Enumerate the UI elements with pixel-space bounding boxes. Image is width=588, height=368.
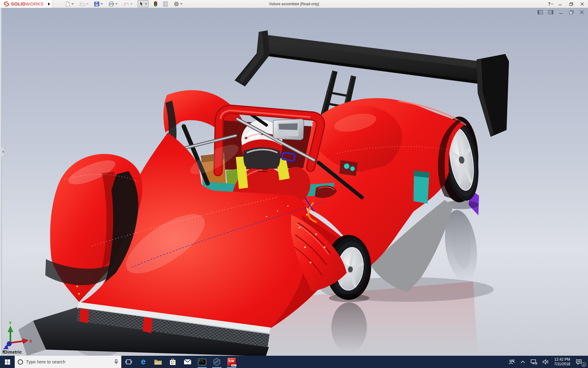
- select-tool-button[interactable]: [138, 0, 149, 7]
- task-view-button[interactable]: [121, 356, 136, 368]
- taskbar-clock[interactable]: 12:42 PM 7/11/2018: [552, 356, 573, 368]
- speaker-icon: [543, 359, 549, 365]
- new-document-button[interactable]: [64, 1, 74, 7]
- triad-x-label: X: [29, 339, 32, 343]
- grille-post: [143, 317, 153, 333]
- grille-post: [80, 309, 89, 323]
- file-properties-icon: [163, 1, 168, 7]
- title-bar: SOLIDWORKS: [0, 0, 588, 8]
- collapse-arrow-icon: [2, 151, 3, 153]
- print-button[interactable]: [108, 1, 118, 7]
- file-explorer-icon: [154, 359, 162, 365]
- restore-button[interactable]: [567, 1, 575, 7]
- network-icon: [530, 359, 537, 365]
- helmet-visor: [243, 147, 281, 169]
- open-button[interactable]: [79, 1, 89, 7]
- file-properties-button[interactable]: [162, 1, 169, 7]
- network-button[interactable]: [528, 356, 540, 368]
- feature-manager-expand-tab[interactable]: [2, 147, 4, 157]
- doc-minimize-button[interactable]: [558, 10, 564, 15]
- action-center-icon: [576, 359, 582, 365]
- new-document-icon: [65, 1, 70, 7]
- volume-button[interactable]: [540, 356, 552, 368]
- dropdown-caret-icon[interactable]: [100, 3, 103, 5]
- solidworks-window: Y X Z SOLIDWORKS: [0, 0, 588, 368]
- clock-date: 7/11/2018: [554, 362, 571, 366]
- edge-icon: e: [141, 358, 145, 366]
- chevron-up-icon: [521, 361, 525, 363]
- open-folder-icon: [79, 1, 85, 7]
- help-button[interactable]: ?: [548, 2, 553, 6]
- windows-taskbar: e C:\_ SW: [0, 356, 588, 368]
- doc-restore-icon: [569, 10, 574, 14]
- pane-right-icon: [548, 10, 553, 14]
- graphics-area[interactable]: Y X Z: [0, 0, 588, 368]
- intake-box: [273, 119, 304, 140]
- restore-icon: [569, 2, 573, 6]
- clock-time: 12:42 PM: [554, 357, 570, 362]
- next-view-button[interactable]: [548, 10, 554, 15]
- doc-minimize-icon: [559, 10, 563, 14]
- minimize-button[interactable]: [556, 1, 564, 7]
- triad-y-label: Y: [9, 321, 12, 325]
- microphone-icon[interactable]: [114, 359, 118, 365]
- view-orientation-label: *Dimetric: [2, 350, 22, 355]
- taskbar-item-solidworks[interactable]: SW 2017: [224, 356, 239, 368]
- doc-close-button[interactable]: [579, 10, 585, 15]
- main-toolbar: [64, 0, 183, 7]
- system-tray: 12:42 PM 7/11/2018 2: [506, 356, 588, 368]
- cortana-icon: [18, 359, 23, 365]
- dropdown-caret-icon[interactable]: [115, 3, 118, 5]
- save-button[interactable]: [93, 1, 104, 7]
- dropdown-caret-icon: [86, 3, 89, 5]
- notification-badge: 2: [582, 362, 586, 367]
- taskbar-item-command-prompt[interactable]: C:\_: [195, 356, 209, 368]
- solidworks-app-icon: SW 2017: [228, 358, 236, 366]
- flyout-arrow-icon: [48, 2, 50, 6]
- minimize-icon: [558, 2, 562, 6]
- dassault-3ds-mark-icon: [3, 1, 10, 7]
- close-icon: [580, 2, 584, 6]
- gauge-panel: [339, 160, 358, 176]
- people-icon: [508, 359, 515, 365]
- toolbar-flyout-button[interactable]: [47, 0, 52, 8]
- mail-icon: [184, 359, 191, 365]
- printer-icon: [108, 1, 114, 7]
- hexagon-app-icon: [213, 358, 221, 366]
- select-cursor-icon: [139, 1, 144, 6]
- start-button[interactable]: [0, 356, 15, 368]
- command-prompt-icon: C:\_: [198, 359, 206, 365]
- undo-arrow-icon: [123, 1, 129, 7]
- show-hidden-icons-button[interactable]: [518, 356, 528, 368]
- brand-text: SOLIDWORKS: [11, 1, 44, 6]
- dropdown-caret-icon[interactable]: [551, 4, 553, 5]
- taskbar-search-box[interactable]: [15, 356, 121, 368]
- rebuild-traffic-light-icon: [154, 1, 157, 7]
- taskbar-item-store[interactable]: [165, 356, 180, 368]
- taskbar-item-hexagon-app[interactable]: [209, 356, 224, 368]
- undo-button[interactable]: [123, 1, 133, 7]
- people-button[interactable]: [506, 356, 518, 368]
- pane-left-icon: [537, 10, 543, 14]
- dropdown-caret-icon: [130, 3, 133, 5]
- action-center-button[interactable]: 2: [573, 356, 587, 368]
- document-pane-controls: [537, 10, 585, 15]
- windows-logo-icon: [5, 359, 10, 365]
- solidworks-logo: SOLIDWORKS: [0, 0, 47, 8]
- gear-icon: [174, 1, 179, 7]
- doc-close-icon: [580, 10, 584, 14]
- dropdown-caret-icon[interactable]: [145, 3, 147, 5]
- dropdown-caret-icon[interactable]: [180, 3, 183, 5]
- taskbar-item-edge[interactable]: e: [136, 356, 151, 368]
- close-button[interactable]: [578, 1, 586, 7]
- rebuild-button[interactable]: [153, 1, 158, 7]
- taskbar-item-file-explorer[interactable]: [151, 356, 165, 368]
- options-button[interactable]: [173, 1, 183, 7]
- save-floppy-icon: [94, 1, 100, 7]
- previous-view-button[interactable]: [537, 10, 543, 15]
- dropdown-caret-icon[interactable]: [71, 3, 74, 5]
- window-controls: ?: [548, 0, 586, 8]
- search-input[interactable]: [26, 359, 111, 364]
- doc-restore-button[interactable]: [568, 10, 575, 15]
- taskbar-item-mail[interactable]: [180, 356, 195, 368]
